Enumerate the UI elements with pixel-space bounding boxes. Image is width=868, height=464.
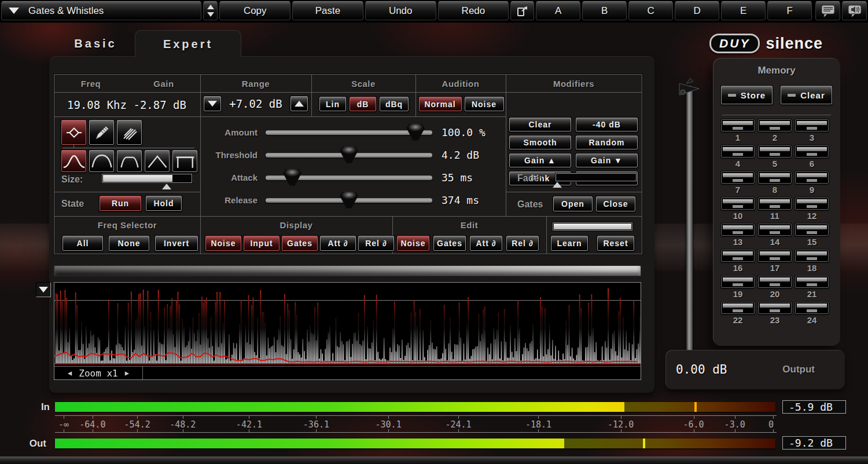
memory-slot-24[interactable] xyxy=(795,302,829,314)
memory-slot-15[interactable] xyxy=(795,224,829,236)
shape-bell-button[interactable] xyxy=(61,150,86,172)
threshold-slider-thumb[interactable] xyxy=(340,147,358,163)
modifier-clear[interactable]: Clear xyxy=(509,118,571,131)
tab-expert[interactable]: Expert xyxy=(135,30,241,57)
memory-slot-14[interactable] xyxy=(758,224,792,236)
bank-b-button[interactable]: B xyxy=(582,1,627,20)
shape-peak-button[interactable] xyxy=(145,150,170,172)
range-decrease-button[interactable] xyxy=(204,96,221,111)
memory-slot-2[interactable] xyxy=(758,119,792,131)
release-slider[interactable] xyxy=(266,198,432,203)
edit-rel[interactable]: Rel ∂ xyxy=(506,236,539,251)
memory-slot-9[interactable] xyxy=(795,171,829,184)
display-rel[interactable]: Rel ∂ xyxy=(358,236,394,251)
display-input[interactable]: Input xyxy=(244,236,279,251)
node-tool-button[interactable] xyxy=(61,120,86,145)
memory-clear-button[interactable]: Clear xyxy=(781,86,832,104)
fade-marker[interactable] xyxy=(553,182,562,188)
preset-dropdown[interactable]: Gates & Whistles xyxy=(1,1,201,20)
undo-button[interactable]: Undo xyxy=(365,1,436,20)
bank-e-button[interactable]: E xyxy=(721,1,766,20)
memory-slot-17[interactable] xyxy=(758,250,792,262)
edit-att[interactable]: Att ∂ xyxy=(470,236,502,251)
modifier-gain[interactable]: Gain ▼ xyxy=(576,154,638,167)
scale-dbq[interactable]: dBq xyxy=(380,97,409,111)
redo-button[interactable]: Redo xyxy=(438,1,509,20)
tooltips-toggle-button[interactable] xyxy=(815,1,840,20)
size-marker[interactable] xyxy=(162,184,171,189)
gates-open[interactable]: Open xyxy=(553,196,593,211)
amount-slider[interactable] xyxy=(266,130,432,135)
spectrum-display[interactable]: ◀ Zoom x1 ▶ xyxy=(54,282,641,380)
bank-a-button[interactable]: A xyxy=(536,1,580,20)
memory-slot-1[interactable] xyxy=(721,119,755,131)
memory-slot-16[interactable] xyxy=(721,250,755,262)
audition-normal[interactable]: Normal xyxy=(419,97,462,111)
copy-button[interactable]: Copy xyxy=(219,1,290,20)
memory-slot-23[interactable] xyxy=(758,302,792,314)
scale-db[interactable]: dB xyxy=(350,97,376,111)
memory-slot-5[interactable] xyxy=(758,145,792,158)
fade-slider[interactable] xyxy=(556,173,637,181)
multi-draw-tool-button[interactable] xyxy=(117,120,142,145)
attack-slider[interactable] xyxy=(266,176,432,180)
edit-gates[interactable]: Gates xyxy=(433,236,466,251)
bank-d-button[interactable]: D xyxy=(675,1,719,20)
state-hold[interactable]: Hold xyxy=(146,196,182,211)
shape-square-button[interactable] xyxy=(172,150,197,172)
shape-plateau-button[interactable] xyxy=(117,150,142,172)
scale-lin[interactable]: Lin xyxy=(319,97,346,111)
memory-store-button[interactable]: Store xyxy=(721,86,773,104)
bank-f-button[interactable]: F xyxy=(767,1,812,20)
learn-button[interactable]: Learn xyxy=(551,236,588,251)
memory-slot-8[interactable] xyxy=(758,171,792,184)
threshold-slider[interactable] xyxy=(266,153,432,158)
audio-bubble-button[interactable] xyxy=(842,1,867,20)
memory-slot-18[interactable] xyxy=(795,250,829,262)
bank-c-button[interactable]: C xyxy=(628,1,673,20)
pencil-tool-button[interactable] xyxy=(89,120,114,145)
spectrum-scrollbar[interactable] xyxy=(54,265,641,276)
spectrum-canvas[interactable] xyxy=(54,283,641,379)
output-fader-track[interactable] xyxy=(686,86,693,360)
zoom-out-arrow-icon[interactable]: ◀ xyxy=(68,369,72,377)
memory-slot-21[interactable] xyxy=(795,276,829,288)
display-noise[interactable]: Noise xyxy=(205,236,241,251)
memory-slot-11[interactable] xyxy=(758,198,792,210)
memory-slot-6[interactable] xyxy=(795,145,829,158)
freqsel-none[interactable]: None xyxy=(109,236,149,251)
zoom-control[interactable]: ◀ Zoom x1 ▶ xyxy=(54,366,143,379)
shape-dome-button[interactable] xyxy=(89,150,114,172)
memory-slot-12[interactable] xyxy=(795,198,829,210)
modifier-40-db[interactable]: -40 dB xyxy=(576,118,638,131)
range-increase-button[interactable] xyxy=(290,96,308,111)
memory-slot-13[interactable] xyxy=(721,224,755,236)
memory-slot-3[interactable] xyxy=(795,119,829,131)
freqsel-invert[interactable]: Invert xyxy=(155,236,198,251)
release-slider-thumb[interactable] xyxy=(340,192,358,209)
output-fader-handle[interactable] xyxy=(676,76,704,101)
modifier-random[interactable]: Random xyxy=(576,136,638,149)
memory-slot-4[interactable] xyxy=(721,145,755,158)
edit-noise[interactable]: Noise xyxy=(397,236,429,251)
display-gates[interactable]: Gates xyxy=(282,236,318,251)
display-att[interactable]: Att ∂ xyxy=(320,236,356,251)
state-run[interactable]: Run xyxy=(100,196,141,211)
memory-slot-20[interactable] xyxy=(758,276,792,288)
zoom-in-arrow-icon[interactable]: ▶ xyxy=(125,369,129,377)
paste-button[interactable]: Paste xyxy=(292,1,363,20)
memory-slot-7[interactable] xyxy=(721,171,755,184)
export-preset-button[interactable] xyxy=(510,1,534,20)
tab-basic[interactable]: Basic xyxy=(55,32,136,55)
display-collapse-button[interactable] xyxy=(36,282,51,297)
reset-button[interactable]: Reset xyxy=(597,236,634,251)
memory-slot-10[interactable] xyxy=(721,198,755,210)
gates-close[interactable]: Close xyxy=(596,196,635,211)
memory-slot-22[interactable] xyxy=(721,302,755,314)
memory-slot-19[interactable] xyxy=(721,276,755,288)
freqsel-all[interactable]: All xyxy=(62,236,103,251)
attack-slider-thumb[interactable] xyxy=(283,169,301,186)
modifier-smooth[interactable]: Smooth xyxy=(509,136,571,149)
audition-noise[interactable]: Noise xyxy=(465,97,504,111)
size-slider[interactable] xyxy=(102,174,192,183)
